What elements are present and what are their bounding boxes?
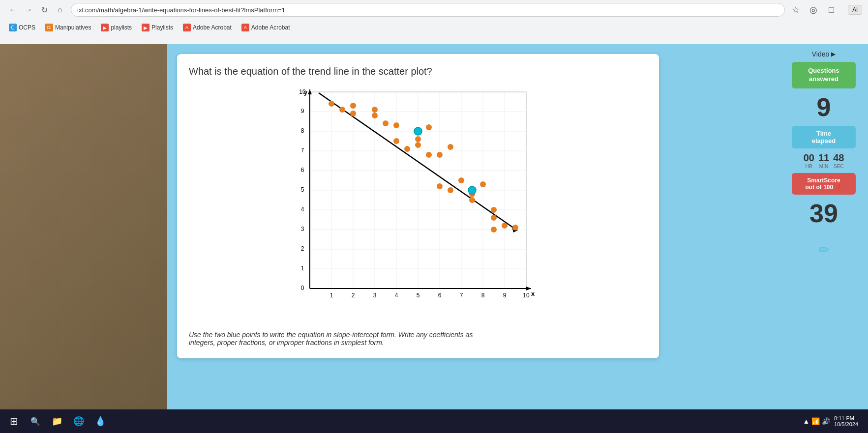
ocps-icon: C <box>9 24 17 31</box>
file-explorer-icon: 📁 <box>52 416 62 427</box>
left-decoration <box>0 44 167 433</box>
timer-seconds: 48 <box>833 152 844 164</box>
bookmark-adobe-2[interactable]: A Adobe Acrobat <box>239 23 293 32</box>
all-folder-button[interactable]: Al <box>848 5 862 15</box>
taskbar: ⊞ 🔍 📁 🌐 💧 ▲ 📶 🔊 8:11 PM 10/5/2024 <box>0 409 868 433</box>
bookmark-adobe-1[interactable]: A Adobe Acrobat <box>180 23 235 32</box>
video-label: Video <box>812 50 830 58</box>
smart-score-button[interactable]: SmartScoreout of 100 ❓ <box>792 173 856 195</box>
y-label-10: 10 <box>299 88 306 95</box>
data-point <box>339 107 345 113</box>
video-button[interactable]: Video ▶ <box>812 50 836 58</box>
adobe2-icon: A <box>241 24 249 31</box>
x-axis-label: x <box>531 290 535 297</box>
data-point <box>415 142 421 148</box>
timer-hr-label: HR <box>804 164 814 169</box>
data-point <box>383 120 389 126</box>
time-elapsed-button[interactable]: Timeelapsed <box>792 126 856 148</box>
x-label-1: 1 <box>330 292 333 299</box>
bookmarks-bar: C OCPS Di Manipulatives ▶ playlists ▶ Pl… <box>0 20 868 35</box>
y-label-9: 9 <box>301 108 304 115</box>
instruction-text: Use the two blue points to write the equ… <box>189 331 484 346</box>
graph-container: y x 0 1 2 3 4 5 6 7 8 9 10 <box>285 87 551 323</box>
data-point <box>512 225 518 231</box>
scatter-plot-svg: y x 0 1 2 3 4 5 6 7 8 9 10 <box>285 87 541 313</box>
x-label-9: 9 <box>503 292 507 299</box>
timer-hours: 00 <box>804 152 814 164</box>
bookmark-manipulatives-label: Manipulatives <box>55 24 91 31</box>
y-label-2: 2 <box>301 245 304 252</box>
home-button[interactable]: ⌂ <box>53 3 67 17</box>
all-folder-label: Al <box>852 6 858 13</box>
data-point <box>491 227 497 232</box>
browser-actions: ☆ ◎ □ <box>789 3 844 17</box>
timer-hours-block: 00 HR <box>804 152 814 169</box>
data-point <box>448 187 453 193</box>
bookmark-playlists-upper[interactable]: ▶ Playlists <box>139 23 176 32</box>
playlists-upper-icon: ▶ <box>142 24 150 31</box>
data-point <box>415 136 421 142</box>
url-bar[interactable]: ixl.com/math/algebra-1/write-equations-f… <box>71 3 785 17</box>
refresh-button[interactable]: ↻ <box>37 3 51 17</box>
windows-start-button[interactable]: ⊞ <box>4 411 24 431</box>
instruction-content: Use the two blue points to write the equ… <box>189 331 473 346</box>
video-play-icon: ▶ <box>831 51 836 58</box>
data-point <box>350 103 356 109</box>
ixl-card: What is the equation of the trend line i… <box>177 54 659 358</box>
nav-buttons: ← → ↻ ⌂ <box>6 3 67 17</box>
browser-taskbar-button[interactable]: 🌐 <box>69 411 89 431</box>
x-label-6: 6 <box>438 292 442 299</box>
data-point <box>480 181 486 187</box>
media-icon: 💧 <box>95 416 106 427</box>
y-label-8: 8 <box>301 127 304 134</box>
question-text: What is the equation of the trend line i… <box>189 66 647 77</box>
data-point <box>372 113 378 118</box>
bookmark-adobe2-label: Adobe Acrobat <box>251 24 290 31</box>
system-tray: ▲ 📶 🔊 8:11 PM 10/5/2024 <box>803 415 864 427</box>
playlists-lower-icon: ▶ <box>101 24 109 31</box>
bookmark-playlists-lower[interactable]: ▶ playlists <box>98 23 135 32</box>
back-button[interactable]: ← <box>6 3 20 17</box>
bookmark-adobe1-label: Adobe Acrobat <box>193 24 232 31</box>
pencil-icon[interactable]: ✏ <box>818 242 830 258</box>
questions-answered-button[interactable]: Questionsanswered <box>792 62 856 88</box>
bookmark-playlists-upper-label: Playlists <box>151 24 173 31</box>
bookmark-ocps[interactable]: C OCPS <box>6 23 38 32</box>
forward-button[interactable]: → <box>22 3 35 17</box>
y-label-1: 1 <box>301 265 304 272</box>
timer-display: 00 HR 11 MIN 48 SEC <box>804 152 844 169</box>
ixl-panel: What is the equation of the trend line i… <box>167 44 779 433</box>
data-point <box>404 146 410 152</box>
x-label-0: 0 <box>301 285 304 291</box>
y-label-3: 3 <box>301 226 304 232</box>
clock-display: 8:11 PM 10/5/2024 <box>834 415 858 427</box>
timer-seconds-block: 48 SEC <box>833 152 844 169</box>
browser-taskbar-icon: 🌐 <box>73 416 84 427</box>
bookmark-manipulatives[interactable]: Di Manipulatives <box>42 23 94 32</box>
timer-minutes-block: 11 MIN <box>818 152 829 169</box>
x-label-10: 10 <box>523 292 530 299</box>
star-button[interactable]: ☆ <box>789 3 803 17</box>
file-explorer-button[interactable]: 📁 <box>47 411 67 431</box>
address-bar-row: ← → ↻ ⌂ ixl.com/math/algebra-1/write-equ… <box>0 0 868 20</box>
data-point <box>491 215 497 221</box>
data-point <box>426 124 432 130</box>
svg-marker-26 <box>526 287 531 290</box>
y-label-6: 6 <box>301 167 304 173</box>
bookmark-ocps-label: OCPS <box>19 24 35 31</box>
smart-score-label: SmartScoreout of 100 ❓ <box>805 177 842 191</box>
search-taskbar-icon: 🔍 <box>30 417 40 426</box>
bookmark-playlists-lower-label: playlists <box>111 24 132 31</box>
right-sidebar: Video ▶ Questionsanswered 9 Timeelapsed … <box>779 44 868 433</box>
x-label-2: 2 <box>352 292 355 299</box>
profile-button[interactable]: ◎ <box>807 3 820 17</box>
timer-sec-label: SEC <box>833 164 844 169</box>
search-taskbar-button[interactable]: 🔍 <box>26 411 45 431</box>
manipulatives-icon: Di <box>45 24 53 31</box>
media-button[interactable]: 💧 <box>90 411 110 431</box>
data-point <box>448 144 453 150</box>
adobe1-icon: A <box>183 24 191 31</box>
blue-point-1 <box>414 127 422 135</box>
extensions-button[interactable]: □ <box>824 3 838 17</box>
data-point <box>469 197 475 203</box>
